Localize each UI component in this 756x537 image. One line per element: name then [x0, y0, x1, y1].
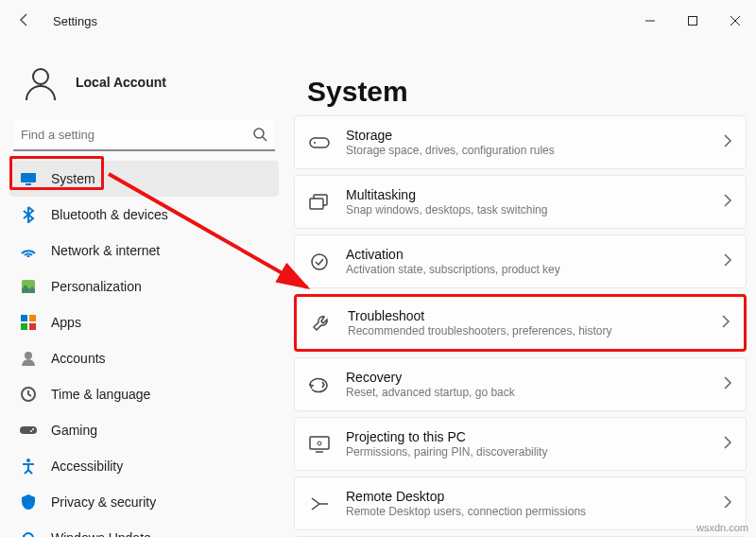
- nav-label: Privacy & security: [51, 494, 156, 510]
- nav-item-privacy[interactable]: Privacy & security: [9, 484, 279, 520]
- account-block[interactable]: Local Account: [8, 51, 281, 117]
- chevron-right-icon: [723, 253, 732, 269]
- personalization-icon: [19, 277, 38, 296]
- nav-item-system[interactable]: System: [9, 161, 279, 197]
- projecting-icon: [308, 433, 331, 456]
- svg-point-3: [254, 129, 264, 138]
- svg-point-16: [32, 428, 34, 430]
- body: Local Account SystemBluetooth & devicesN…: [0, 42, 756, 537]
- row-remote[interactable]: Remote Desktop Remote Desktop users, con…: [294, 476, 747, 530]
- svg-point-13: [25, 352, 32, 359]
- row-text: Troubleshoot Recommended troubleshooters…: [348, 308, 706, 338]
- nav-label: Network & internet: [51, 243, 160, 258]
- nav-label: Accessibility: [51, 459, 123, 474]
- svg-rect-19: [310, 138, 329, 147]
- row-subtitle: Permissions, pairing PIN, discoverabilit…: [346, 445, 708, 459]
- activation-icon: [308, 251, 331, 273]
- svg-rect-10: [29, 315, 36, 321]
- nav-label: Gaming: [51, 423, 97, 438]
- nav-item-accounts[interactable]: Accounts: [9, 340, 279, 376]
- nav-list: SystemBluetooth & devicesNetwork & inter…: [8, 159, 281, 537]
- bluetooth-icon: [19, 205, 38, 224]
- window-controls: [628, 3, 756, 39]
- system-icon: [19, 169, 38, 188]
- row-subtitle: Remote Desktop users, connection permiss…: [346, 505, 708, 518]
- watermark: wsxdn.com: [696, 522, 748, 533]
- nav-label: System: [51, 171, 95, 186]
- svg-rect-9: [21, 315, 27, 321]
- sidebar: Local Account SystemBluetooth & devicesN…: [0, 42, 288, 537]
- row-text: Multitasking Snap windows, desktops, tas…: [346, 187, 708, 217]
- nav-label: Time & language: [51, 387, 150, 402]
- nav-label: Accounts: [51, 351, 106, 366]
- row-multitasking[interactable]: Multitasking Snap windows, desktops, tas…: [294, 175, 747, 229]
- row-recovery[interactable]: Recovery Reset, advanced startup, go bac…: [294, 357, 747, 411]
- row-title: Storage: [346, 128, 708, 143]
- chevron-right-icon: [723, 495, 732, 511]
- accessibility-icon: [19, 457, 38, 476]
- nav-item-time[interactable]: Time & language: [9, 376, 279, 412]
- svg-point-18: [26, 459, 30, 462]
- nav-label: Bluetooth & devices: [51, 207, 168, 222]
- maximize-button[interactable]: [671, 3, 713, 39]
- nav-label: Personalization: [51, 279, 142, 294]
- nav-item-network[interactable]: Network & internet: [9, 233, 279, 268]
- row-subtitle: Activation state, subscriptions, product…: [346, 263, 708, 276]
- window-title: Settings: [53, 14, 97, 28]
- nav-item-gaming[interactable]: Gaming: [9, 412, 279, 448]
- nav-item-update[interactable]: Windows Update: [9, 520, 279, 537]
- svg-point-25: [318, 442, 321, 445]
- nav-label: Apps: [51, 315, 81, 330]
- svg-point-2: [33, 69, 48, 84]
- privacy-icon: [19, 493, 38, 511]
- row-subtitle: Reset, advanced startup, go back: [346, 386, 708, 399]
- chevron-right-icon: [723, 376, 732, 392]
- nav-item-bluetooth[interactable]: Bluetooth & devices: [9, 197, 279, 233]
- account-name: Local Account: [76, 75, 166, 90]
- remote-icon: [308, 493, 331, 515]
- svg-rect-15: [20, 426, 37, 434]
- svg-rect-1: [688, 17, 696, 26]
- row-title: Troubleshoot: [348, 308, 706, 323]
- row-text: Recovery Reset, advanced startup, go bac…: [346, 370, 708, 399]
- multitasking-icon: [308, 191, 331, 214]
- settings-rows: Storage Storage space, drives, configura…: [294, 115, 747, 537]
- row-storage[interactable]: Storage Storage space, drives, configura…: [294, 115, 747, 169]
- search-input[interactable]: [13, 119, 275, 151]
- back-button[interactable]: [17, 12, 36, 30]
- row-subtitle: Snap windows, desktops, task switching: [346, 203, 708, 217]
- svg-rect-12: [29, 323, 36, 330]
- main-panel: System Storage Storage space, drives, co…: [288, 42, 756, 537]
- svg-rect-5: [21, 173, 36, 182]
- row-text: Activation Activation state, subscriptio…: [346, 247, 708, 276]
- svg-point-20: [314, 142, 316, 144]
- titlebar: Settings: [0, 0, 756, 42]
- accounts-icon: [19, 349, 38, 368]
- nav-item-accessibility[interactable]: Accessibility: [9, 448, 279, 484]
- nav-label: Windows Update: [51, 530, 151, 537]
- row-title: Multitasking: [346, 187, 708, 202]
- row-activation[interactable]: Activation Activation state, subscriptio…: [294, 234, 747, 288]
- row-troubleshoot[interactable]: Troubleshoot Recommended troubleshooters…: [294, 294, 747, 352]
- close-button[interactable]: [713, 3, 756, 39]
- svg-rect-22: [310, 199, 323, 209]
- row-title: Remote Desktop: [346, 489, 708, 504]
- svg-rect-6: [26, 183, 31, 185]
- search-container: [13, 119, 275, 151]
- row-title: Projecting to this PC: [346, 429, 708, 444]
- chevron-right-icon: [723, 436, 732, 452]
- storage-icon: [308, 131, 331, 154]
- chevron-right-icon: [723, 134, 732, 150]
- avatar-icon: [21, 62, 60, 102]
- nav-item-personalization[interactable]: Personalization: [9, 268, 279, 304]
- chevron-right-icon: [723, 194, 732, 210]
- minimize-button[interactable]: [628, 3, 671, 39]
- row-subtitle: Recommended troubleshooters, preferences…: [348, 324, 706, 338]
- row-text: Remote Desktop Remote Desktop users, con…: [346, 489, 708, 518]
- row-projecting[interactable]: Projecting to this PC Permissions, pairi…: [294, 417, 747, 471]
- nav-item-apps[interactable]: Apps: [9, 304, 279, 340]
- svg-rect-24: [310, 437, 329, 449]
- recovery-icon: [308, 373, 331, 396]
- search-icon: [252, 127, 267, 146]
- row-text: Projecting to this PC Permissions, pairi…: [346, 429, 708, 459]
